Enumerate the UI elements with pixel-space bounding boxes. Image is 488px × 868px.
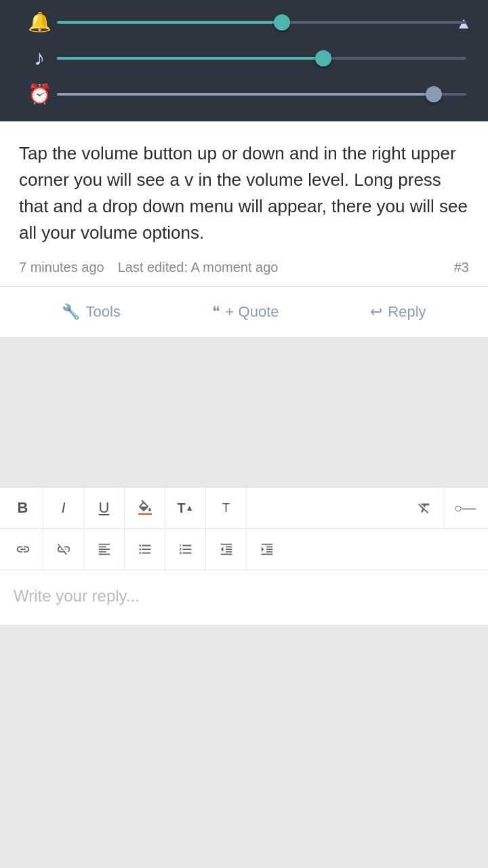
media-volume-row: ♪ xyxy=(22,45,466,71)
font-size-down-button[interactable]: T xyxy=(206,488,247,528)
empty-area xyxy=(0,338,488,487)
number-list-icon xyxy=(178,542,193,557)
quote-button[interactable]: ❝ + Quote xyxy=(204,299,287,325)
quote-label: + Quote xyxy=(226,303,279,321)
notification-volume-icon: 🔔 xyxy=(22,11,57,33)
notification-slider[interactable] xyxy=(57,16,466,29)
fill-color-button[interactable] xyxy=(125,488,165,528)
post-card: Tap the volume button up or down and in … xyxy=(0,121,488,338)
unlink-button[interactable] xyxy=(43,529,84,570)
media-volume-icon: ♪ xyxy=(22,45,57,71)
toolbar-row-1: B I U T▲ T ○— xyxy=(0,488,488,529)
reply-editor: B I U T▲ T ○— xyxy=(0,487,488,625)
post-body: Tap the volume button up or down and in … xyxy=(0,121,488,286)
post-meta-left: 7 minutes ago Last edited: A moment ago xyxy=(19,260,278,275)
post-text: Tap the volume button up or down and in … xyxy=(19,140,469,246)
reply-label: Reply xyxy=(388,303,426,321)
align-left-icon xyxy=(97,542,112,557)
alarm-volume-icon: ⏰ xyxy=(22,83,57,105)
font-size-up-button[interactable]: T▲ xyxy=(165,488,206,528)
bold-button[interactable]: B xyxy=(3,488,43,528)
fill-color-icon xyxy=(137,500,153,516)
svg-rect-0 xyxy=(138,513,152,515)
align-left-button[interactable] xyxy=(84,529,125,570)
indent-decrease-icon xyxy=(219,542,234,557)
notification-volume-row: 🔔 xyxy=(22,11,466,33)
clear-format-icon xyxy=(417,500,432,515)
post-meta: 7 minutes ago Last edited: A moment ago … xyxy=(19,260,469,275)
post-number: #3 xyxy=(454,260,469,275)
indent-decrease-button[interactable] xyxy=(206,529,247,570)
number-list-button[interactable] xyxy=(165,529,206,570)
quote-icon: ❝ xyxy=(212,303,220,321)
indent-increase-button[interactable] xyxy=(247,529,287,570)
tools-icon: 🔧 xyxy=(62,303,80,321)
italic-button[interactable]: I xyxy=(43,488,84,528)
bullet-list-button[interactable] xyxy=(125,529,165,570)
more-options-button[interactable]: ○— xyxy=(445,488,485,528)
alarm-volume-row: ⏰ xyxy=(22,83,466,105)
indent-increase-icon xyxy=(260,542,274,557)
reply-input[interactable]: Write your reply... xyxy=(0,570,488,625)
alarm-slider[interactable] xyxy=(57,87,466,101)
link-icon xyxy=(16,542,30,557)
toolbar-row-2 xyxy=(0,529,488,570)
tools-label: Tools xyxy=(85,303,120,321)
reply-icon: ↩ xyxy=(370,303,382,321)
post-last-edited: Last edited: A moment ago xyxy=(118,260,279,275)
unlink-icon xyxy=(56,542,71,557)
post-actions: 🔧 Tools ❝ + Quote ↩ Reply xyxy=(0,286,488,337)
tools-button[interactable]: 🔧 Tools xyxy=(54,299,128,325)
media-slider[interactable] xyxy=(57,52,466,65)
reply-button[interactable]: ↩ Reply xyxy=(362,299,434,325)
bullet-list-icon xyxy=(138,542,152,557)
post-timestamp: 7 minutes ago xyxy=(19,260,104,275)
underline-button[interactable]: U xyxy=(84,488,125,528)
link-button[interactable] xyxy=(3,529,43,570)
volume-panel: ▲ 🔔 ♪ ⏰ xyxy=(0,0,488,121)
clear-format-button[interactable] xyxy=(404,488,445,528)
